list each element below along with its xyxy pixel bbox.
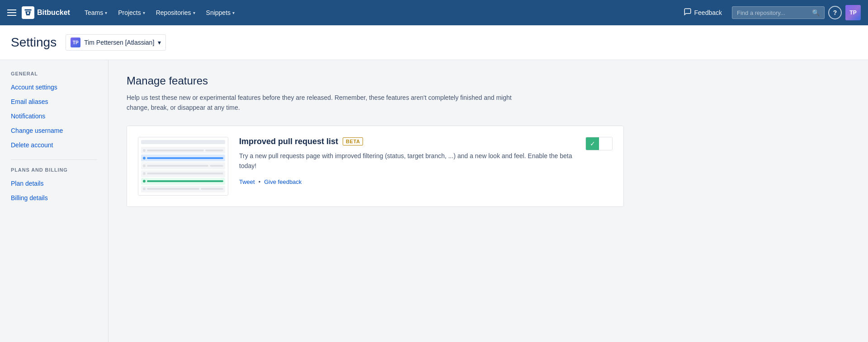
toggle-on-icon: ✓ — [590, 140, 595, 147]
sidebar-item-account-settings[interactable]: Account settings — [0, 80, 108, 94]
feature-links: Tweet • Give feedback — [239, 178, 575, 185]
feature-info: Improved pull request list BETA Try a ne… — [239, 137, 575, 185]
main-content: GENERAL Account settings Email aliases N… — [0, 60, 868, 342]
sidebar-item-change-username[interactable]: Change username — [0, 123, 108, 138]
feature-toggle[interactable]: ✓ — [585, 137, 613, 150]
mockup-row-3 — [141, 162, 225, 169]
mockup-row-1 — [141, 147, 225, 154]
mockup-row-5 — [141, 178, 225, 185]
nav-teams-label: Teams — [85, 9, 103, 16]
sidebar-item-notifications[interactable]: Notifications — [0, 109, 108, 123]
help-button[interactable]: ? — [828, 6, 842, 19]
sidebar-section-general: GENERAL Account settings Email aliases N… — [0, 71, 108, 152]
sidebar-section-billing-title: PLANS AND BILLING — [0, 167, 108, 176]
search-icon: 🔍 — [812, 9, 820, 16]
feature-title-row: Improved pull request list BETA — [239, 137, 575, 146]
nav-snippets-chevron: ▾ — [232, 10, 235, 15]
sidebar-section-billing: PLANS AND BILLING Plan details Billing d… — [0, 167, 108, 205]
search-box[interactable]: 🔍 — [732, 6, 825, 19]
settings-header: Settings TP Tim Pettersen [Atlassian] ▾ — [0, 25, 868, 60]
sidebar-item-plan-details[interactable]: Plan details — [0, 176, 108, 191]
nav-item-snippets[interactable]: Snippets ▾ — [201, 5, 240, 20]
navbar: Bitbucket Teams ▾ Projects ▾ Repositorie… — [0, 0, 868, 25]
feature-description: Try a new pull requests page with improv… — [239, 151, 575, 171]
hamburger-menu[interactable] — [7, 9, 16, 16]
mockup-row-6 — [141, 186, 225, 192]
sidebar-divider — [11, 159, 97, 160]
toggle-switch[interactable]: ✓ — [585, 137, 613, 150]
sidebar-section-general-title: GENERAL — [0, 71, 108, 80]
mockup-header — [141, 140, 225, 145]
user-selector-dropdown[interactable]: TP Tim Pettersen [Atlassian] ▾ — [66, 34, 166, 51]
user-avatar-initials: TP — [73, 40, 79, 45]
toggle-off-button[interactable] — [599, 137, 612, 150]
page-content: Manage features Help us test these new o… — [108, 60, 868, 342]
tweet-link[interactable]: Tweet — [239, 178, 255, 185]
search-input[interactable] — [737, 9, 809, 16]
avatar-button[interactable]: TP — [845, 5, 861, 20]
mockup-row-2 — [141, 155, 225, 161]
user-selector-avatar: TP — [71, 37, 80, 47]
beta-badge: BETA — [343, 137, 363, 145]
nav-teams-chevron: ▾ — [105, 10, 107, 15]
user-selector-name: Tim Pettersen [Atlassian] — [84, 39, 154, 46]
toggle-on-button[interactable]: ✓ — [586, 137, 599, 150]
help-label: ? — [833, 9, 837, 16]
link-separator: • — [259, 178, 261, 185]
nav-repositories-label: Repositories — [156, 9, 191, 16]
page-heading: Manage features — [127, 75, 850, 87]
sidebar-item-email-aliases[interactable]: Email aliases — [0, 94, 108, 109]
page-description: Help us test these new or experimental f… — [127, 93, 533, 113]
give-feedback-link[interactable]: Give feedback — [264, 178, 302, 185]
feedback-button[interactable]: Feedback — [677, 5, 728, 20]
feedback-icon — [684, 8, 692, 18]
nav-projects-label: Projects — [118, 9, 141, 16]
feature-card-improved-pr: Improved pull request list BETA Try a ne… — [127, 126, 624, 207]
sidebar-item-delete-account[interactable]: Delete account — [0, 138, 108, 152]
navbar-logo[interactable]: Bitbucket — [22, 6, 70, 19]
sidebar: GENERAL Account settings Email aliases N… — [0, 60, 108, 342]
feature-title: Improved pull request list — [239, 137, 338, 146]
navbar-logo-text: Bitbucket — [37, 9, 70, 17]
avatar-initials: TP — [849, 9, 856, 16]
feedback-label: Feedback — [694, 9, 722, 16]
preview-mockup — [138, 137, 228, 195]
user-selector-chevron: ▾ — [158, 39, 161, 46]
nav-repositories-chevron: ▾ — [193, 10, 195, 15]
nav-projects-chevron: ▾ — [143, 10, 145, 15]
settings-title: Settings — [11, 35, 57, 50]
bitbucket-logo-icon — [22, 6, 34, 19]
nav-item-teams[interactable]: Teams ▾ — [79, 5, 113, 20]
user-avatar: TP — [845, 5, 861, 20]
nav-snippets-label: Snippets — [206, 9, 231, 16]
nav-item-repositories[interactable]: Repositories ▾ — [151, 5, 201, 20]
nav-item-projects[interactable]: Projects ▾ — [113, 5, 151, 20]
feature-preview-image — [138, 137, 228, 196]
sidebar-item-billing-details[interactable]: Billing details — [0, 191, 108, 205]
mockup-row-4 — [141, 170, 225, 177]
